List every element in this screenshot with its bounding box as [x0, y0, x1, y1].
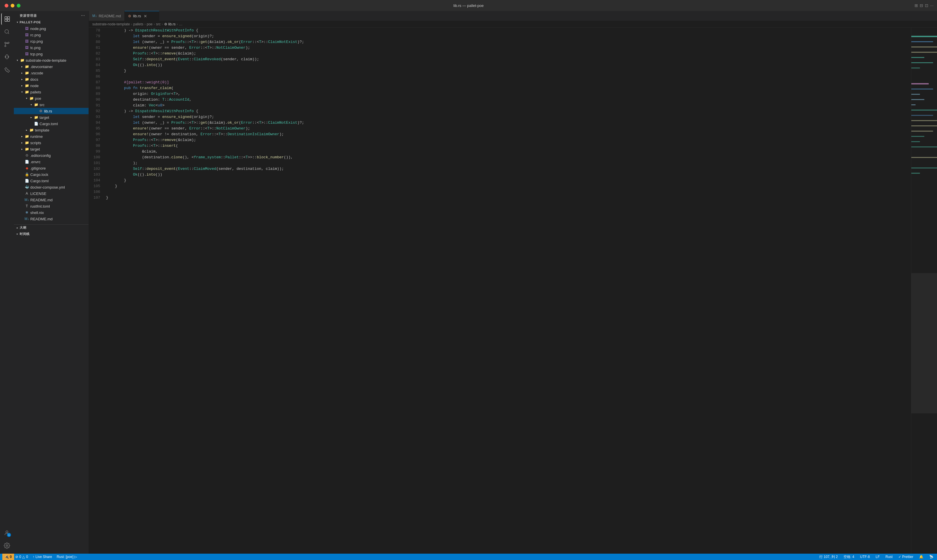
activity-item-search[interactable] [1, 26, 13, 37]
file-icon: 🖼 [24, 39, 29, 43]
tree-item-docker-compose[interactable]: ▸ 🐳 docker-compose.yml [14, 184, 89, 190]
status-lang[interactable]: Rust [884, 555, 894, 559]
wext-icon: 🔌 [5, 555, 9, 559]
layout-icon[interactable]: ⊞ [914, 3, 918, 8]
tree-item-shell-nix[interactable]: ▸ ❄ shell.nix [14, 209, 89, 216]
status-spaces[interactable]: 空格: 4 [842, 554, 855, 559]
status-errors[interactable]: ⊘ 0 △ 0 [14, 555, 29, 559]
tree-item-poe[interactable]: ▾ 📁 poe [14, 95, 89, 102]
code-line-97: Proofs::<T>::remove(&claim); [106, 137, 911, 143]
tree-item-gitignore[interactable]: ▸ ◆ .gitignore [14, 165, 89, 171]
maximize-button[interactable] [17, 4, 20, 8]
tab-lib-rs[interactable]: ⚙ lib.rs ✕ [125, 11, 159, 21]
svg-rect-0 [5, 17, 7, 19]
breadcrumb-part-6[interactable]: … [179, 22, 182, 26]
folder-icon: 📁 [24, 64, 29, 69]
eol-label: LF [875, 555, 880, 559]
tree-item-rc-png[interactable]: ▸ 🖼 rc.png [14, 32, 89, 38]
minimize-button[interactable] [11, 4, 14, 8]
tab-readme[interactable]: M↓ README.md [89, 11, 125, 21]
tree-item-node-png[interactable]: ▸ 🖼 node.png [14, 25, 89, 32]
activity-item-settings[interactable] [1, 540, 13, 551]
tree-item-lib-rs[interactable]: ▸ ⚙ lib.rs [14, 108, 89, 114]
code-line-82: Proofs::<T>::remove(&claim); [106, 51, 911, 57]
tree-item-scripts[interactable]: ▸ 📁 scripts [14, 140, 89, 146]
status-live-share[interactable]: ↑ Live Share [31, 555, 53, 559]
warning-count: 0 [26, 555, 28, 559]
tree-item-envrc[interactable]: ▸ 📄 .envrc [14, 158, 89, 165]
folder-icon: 📁 [24, 134, 29, 139]
tree-item-readme-md[interactable]: ▸ M↓ README.md [14, 197, 89, 203]
toml-icon: T [24, 204, 29, 208]
tree-item-readme-root[interactable]: ▸ M↓ README.md [14, 216, 89, 222]
breadcrumb-part-4[interactable]: src [156, 22, 161, 26]
tree-item-template[interactable]: ▸ 📁 template [14, 127, 89, 133]
tree-item-tc-png[interactable]: ▸ 🖼 tc.png [14, 45, 89, 51]
tab-librs-icon: ⚙ [128, 14, 131, 18]
code-editor[interactable]: 78 79 80 81 82 83 84 85 86 87 88 89 90 9… [89, 28, 911, 554]
tree-item-node[interactable]: ▸ 📁 node [14, 83, 89, 89]
line-col-label: 行 107, 列 2 [819, 554, 838, 559]
sidebar-more-button[interactable]: ··· [81, 13, 85, 18]
breadcrumb-part-3[interactable]: poe [147, 22, 153, 26]
tree-item-pallets[interactable]: ▾ 📁 pallets [14, 89, 89, 95]
tree-item-substrate[interactable]: ▾ 📁 substrate-node-template [14, 57, 89, 63]
tab-readme-icon: M↓ [92, 14, 97, 18]
breadcrumb-part-1[interactable]: substrate-node-template [92, 22, 130, 26]
activity-item-debug[interactable] [1, 51, 13, 63]
split-icon[interactable]: ⊟ [920, 3, 923, 8]
activity-item-accounts[interactable]: 1 [1, 527, 13, 538]
folder-icon: 📁 [24, 140, 29, 145]
lock-icon: 🔒 [24, 172, 29, 177]
tree-item-vscode[interactable]: ▸ 📁 .vscode [14, 70, 89, 76]
tree-item-rcp-png[interactable]: ▸ 🖼 rcp.png [14, 38, 89, 45]
tree-item-license[interactable]: ▸ A LICENSE [14, 190, 89, 197]
status-notifications[interactable]: 🔔 [918, 555, 925, 559]
tree-item-devcontainer[interactable]: ▸ 📁 .devcontainer [14, 63, 89, 70]
status-formatter[interactable]: ✓ Prettier [897, 555, 914, 559]
live-share-label: Live Share [35, 555, 52, 559]
tree-item-tcp-png[interactable]: ▸ 🖼 tcp.png [14, 51, 89, 57]
tree-root[interactable]: ▾ PALLET-POE [14, 19, 89, 25]
status-eol[interactable]: LF [874, 555, 881, 559]
folder-icon: 📁 [24, 77, 29, 82]
tree-item-runtime[interactable]: ▸ 📁 runtime [14, 133, 89, 140]
tree-item-cargo-toml-poe[interactable]: ▸ 📄 Cargo.toml [14, 120, 89, 127]
tree-item-src[interactable]: ▾ 📁 src [14, 102, 89, 108]
code-line-103: Ok(().into()) [106, 172, 911, 178]
rust-label: Rust: [poe] [57, 555, 73, 559]
toml-icon: 📄 [34, 122, 39, 126]
code-line-89: origin: OriginFor<T>, [106, 91, 911, 97]
tab-bar: M↓ README.md ⚙ lib.rs ✕ [89, 11, 937, 21]
window-controls[interactable] [5, 4, 20, 8]
activity-item-git[interactable] [1, 38, 13, 50]
tree-item-target[interactable]: ▸ 📁 target [14, 114, 89, 120]
error-count: 0 [19, 555, 22, 559]
titlebar: lib.rs — pallet-poe ⊞ ⊟ ⊡ ··· [0, 0, 937, 11]
tree-item-cargo-toml[interactable]: ▸ 📄 Cargo.toml [14, 178, 89, 184]
panel-icon[interactable]: ⊡ [925, 3, 928, 8]
close-button[interactable] [5, 4, 8, 8]
status-rust[interactable]: Rust: [poe] ▷ [55, 555, 78, 559]
status-broadcast[interactable]: 📡 [928, 555, 935, 559]
activity-item-explorer[interactable] [1, 13, 13, 25]
outline-section[interactable]: ▸ 大纲 [14, 225, 89, 231]
svg-rect-1 [8, 17, 9, 19]
tree-item-cargo-lock[interactable]: ▸ 🔒 Cargo.lock [14, 171, 89, 178]
tab-close-button[interactable]: ✕ [143, 14, 148, 19]
tree-item-rustfmt[interactable]: ▸ T rustfmt.toml [14, 203, 89, 209]
tree-item-target2[interactable]: ▸ 📁 target [14, 146, 89, 152]
sidebar: 资源管理器 ··· ▾ PALLET-POE ▸ 🖼 node.png ▸ 🖼 … [14, 11, 89, 554]
activity-item-extensions[interactable] [1, 64, 13, 75]
status-line-col[interactable]: 行 107, 列 2 [818, 554, 839, 559]
tree-item-editorconfig[interactable]: ▸ ⚙ .editorconfig [14, 152, 89, 158]
breadcrumb-part-2[interactable]: pallets [133, 22, 143, 26]
accounts-badge: 1 [7, 533, 11, 537]
timeline-section[interactable]: ▸ 时间线 [14, 231, 89, 237]
code-content[interactable]: ) -> DispatchResultWithPostInfo { let se… [103, 28, 911, 554]
status-encoding[interactable]: UTF-8 [859, 555, 871, 559]
tree-item-docs[interactable]: ▸ 📁 docs [14, 76, 89, 83]
breadcrumb-part-5[interactable]: ⚙ lib.rs [164, 22, 176, 26]
svg-rect-39 [911, 273, 937, 413]
more-icon[interactable]: ··· [930, 3, 934, 8]
